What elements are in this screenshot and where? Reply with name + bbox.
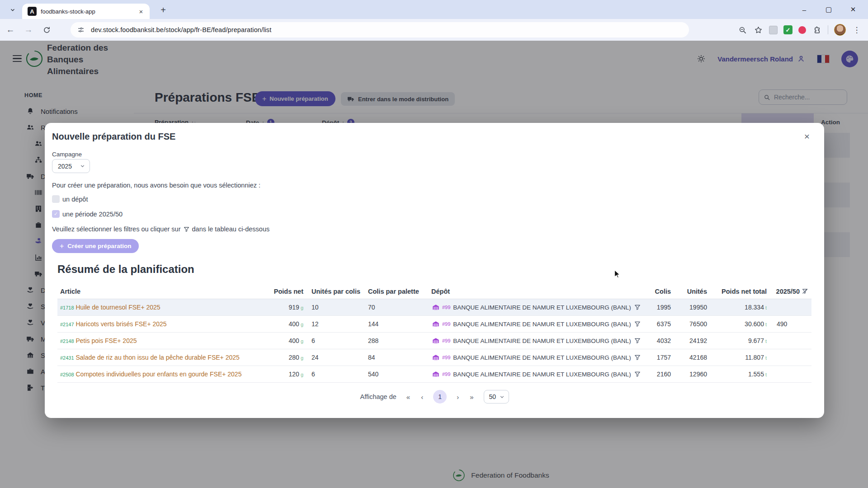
row-filter-icon[interactable] [634,320,641,328]
tab-list-chevron-icon[interactable] [7,5,18,15]
poids-net-total-cell: 18.334t [710,304,769,311]
current-page-badge[interactable]: 1 [433,390,447,404]
tab-title: foodbanks-stock-app [41,8,137,15]
window-close-button[interactable]: ✕ [846,5,860,14]
poids-net-total-cell: 11.807t [710,354,769,361]
extension-check-icon[interactable]: ✓ [783,25,793,34]
last-page-icon[interactable]: » [469,393,474,401]
article-name: Haricots verts brisés FSE+ 2025 [75,320,166,328]
site-info-icon[interactable] [77,26,85,34]
unites-cell: 19950 [674,304,710,311]
depot-cell: #99BANQUE ALIMENTAIRE DE NAMUR ET LUXEMB… [426,304,643,311]
new-tab-button[interactable]: + [157,4,169,16]
create-preparation-button[interactable]: + Créer une préparation [52,239,139,253]
column-header[interactable]: Unités [674,288,710,295]
article-cell[interactable]: #1718 Huile de tournesol FSE+ 2025 [57,304,259,311]
planning-row[interactable]: #1718 Huile de tournesol FSE+ 2025919g10… [57,299,811,316]
screen: A foodbanks-stock-app × + – ▢ ✕ ← → dev.… [0,0,868,488]
unites-cell: 76500 [674,320,710,328]
depot-name: BANQUE ALIMENTAIRE DE NAMUR ET LUXEMBOUR… [453,354,631,361]
unites-cell: 24192 [674,337,710,344]
filter-off-icon[interactable] [802,288,809,295]
back-button[interactable]: ← [3,22,18,38]
poids-net-cell: 400g [259,320,306,328]
colis-cell: 2160 [643,371,674,378]
depot-id: #99 [442,355,450,360]
modal-intro-text: Pour créer une préparation, nous avons b… [52,182,260,189]
campagne-value: 2025 [58,163,72,170]
zoom-out-icon[interactable] [737,25,747,35]
profile-avatar[interactable] [834,24,846,36]
campagne-select[interactable]: 2025 [52,159,90,173]
planning-table: ArticlePoids netUnités par colisColis pa… [57,284,811,383]
depot-name: BANQUE ALIMENTAIRE DE NAMUR ET LUXEMBOUR… [453,338,631,344]
mouse-cursor [613,269,623,279]
unites-par-colis-cell: 6 [306,337,363,344]
window-maximize-button[interactable]: ▢ [822,5,835,14]
angular-favicon-icon: A [28,7,37,16]
article-cell[interactable]: #2148 Petis pois FSE+ 2025 [57,337,259,344]
browser-tabstrip: A foodbanks-stock-app × + – ▢ ✕ [0,0,868,19]
depot-cell: #99BANQUE ALIMENTAIRE DE NAMUR ET LUXEMB… [426,337,643,344]
tab-close-icon[interactable]: × [137,7,145,15]
extensions-puzzle-icon[interactable] [812,25,822,35]
colis-par-palette-cell: 70 [363,304,426,311]
planning-row[interactable]: #2147 Haricots verts brisés FSE+ 2025400… [57,316,811,333]
checkbox-row-depot[interactable]: un dépôt [52,195,88,203]
article-cell[interactable]: #2147 Haricots verts brisés FSE+ 2025 [57,320,259,328]
planning-row[interactable]: #2148 Petis pois FSE+ 2025400g6288#99BAN… [57,333,811,349]
browser-menu-icon[interactable]: ⋮ [852,25,862,35]
window-controls: – ▢ ✕ [797,0,868,19]
column-header[interactable]: 2025/50 [769,288,811,295]
planning-row[interactable]: #2431 Salade de riz au thon issu de la p… [57,349,811,366]
window-minimize-button[interactable]: – [797,6,811,14]
periode-cell: 490 [769,320,811,328]
browser-tab[interactable]: A foodbanks-stock-app × [22,4,150,19]
column-header[interactable]: Colis par palette [363,288,426,295]
article-cell[interactable]: #2431 Salade de riz au thon issu de la p… [57,354,259,361]
colis-par-palette-cell: 540 [363,371,426,378]
depot-id: #99 [442,305,450,310]
page-size-select[interactable]: 50 [484,390,509,404]
column-header[interactable]: Poids net [259,288,306,295]
unites-par-colis-cell: 12 [306,320,363,328]
column-header[interactable]: Article [57,288,259,295]
row-filter-icon[interactable] [634,354,641,361]
depot-name: BANQUE ALIMENTAIRE DE NAMUR ET LUXEMBOUR… [453,321,631,328]
funnel-icon [183,226,190,233]
planning-row[interactable]: #2508 Compotes individuelles pour enfant… [57,366,811,383]
warehouse-icon [432,304,439,311]
next-page-icon[interactable]: › [456,393,460,401]
row-filter-icon[interactable] [634,337,641,344]
column-header[interactable]: Colis [643,288,674,295]
depot-checkbox[interactable] [52,195,60,203]
warehouse-icon [432,354,439,361]
column-header[interactable]: Unités par colis [306,288,363,295]
row-filter-icon[interactable] [634,304,641,311]
first-page-icon[interactable]: « [406,393,411,401]
depot-cell: #99BANQUE ALIMENTAIRE DE NAMUR ET LUXEMB… [426,320,643,328]
extension-record-icon[interactable] [798,26,806,34]
previous-page-icon[interactable]: ‹ [420,393,424,401]
checkbox-row-periode[interactable]: ✓ une période 2025/50 [52,210,123,218]
forward-button[interactable]: → [21,22,36,38]
depot-name: BANQUE ALIMENTAIRE DE NAMUR ET LUXEMBOUR… [453,304,631,311]
filter-hint: Veuillez sélectionner les filtres ou cli… [52,225,269,233]
column-header[interactable]: Dépôt [426,288,643,295]
url-bar[interactable]: dev.stock.foodbanksit.be/stock/app/fr-BE… [71,22,689,38]
poids-net-cell: 280g [259,354,306,361]
warehouse-icon [432,371,439,378]
colis-par-palette-cell: 288 [363,337,426,344]
article-cell[interactable]: #2508 Compotes individuelles pour enfant… [57,371,259,378]
article-id: #2431 [60,355,74,361]
extension-image-icon[interactable] [769,26,778,34]
reload-button[interactable] [39,22,54,38]
article-name: Salade de riz au thon issu de la pêche d… [75,354,239,361]
periode-checkbox[interactable]: ✓ [52,210,60,218]
pagination-label: Affichage de [360,393,396,400]
unites-par-colis-cell: 6 [306,371,363,378]
bookmark-star-icon[interactable] [753,25,763,35]
modal-close-icon[interactable]: × [802,131,812,142]
row-filter-icon[interactable] [634,371,641,378]
column-header[interactable]: Poids net total [710,288,769,295]
